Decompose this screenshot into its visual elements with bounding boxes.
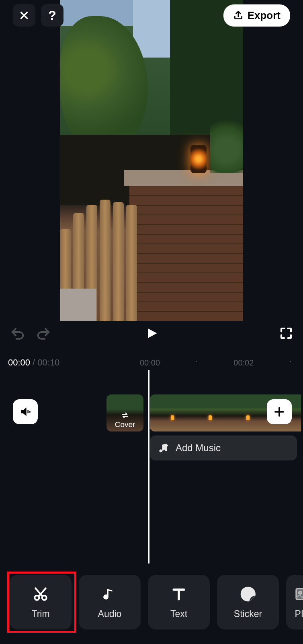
svg-point-6 xyxy=(299,591,302,594)
tool-trim[interactable]: Trim xyxy=(10,575,72,630)
total-time: / 00:10 xyxy=(33,357,59,368)
plus-icon xyxy=(273,406,285,418)
clip-frame xyxy=(188,394,225,431)
ruler-dot: · xyxy=(195,358,198,367)
tool-audio[interactable]: Audio xyxy=(79,575,141,630)
image-icon xyxy=(293,585,303,603)
time-indicator-row: 00:00 / 00:10 00:00 · 00:02 · xyxy=(0,357,303,368)
speaker-icon xyxy=(19,405,32,418)
tool-label: Audio xyxy=(98,609,122,619)
fullscreen-button[interactable] xyxy=(279,326,293,342)
playback-controls xyxy=(0,326,303,342)
cover-label: Cover xyxy=(115,420,135,429)
sticker-icon xyxy=(239,585,257,603)
scissors-icon xyxy=(32,585,49,603)
playhead[interactable] xyxy=(148,370,149,564)
tool-sticker[interactable]: Sticker xyxy=(217,575,279,630)
fullscreen-icon xyxy=(279,326,293,341)
close-icon xyxy=(19,10,29,21)
tool-label: Text xyxy=(170,609,187,619)
svg-rect-0 xyxy=(27,410,29,413)
mute-button[interactable] xyxy=(13,399,38,424)
undo-button[interactable] xyxy=(10,326,26,342)
timeline-ruler: 00:00 · 00:02 · xyxy=(140,358,303,367)
cover-button[interactable]: Cover xyxy=(106,394,143,431)
current-time: 00:00 xyxy=(8,357,30,368)
question-icon: ? xyxy=(48,8,56,23)
export-button[interactable]: Export xyxy=(223,4,290,27)
ruler-dot: · xyxy=(289,358,292,367)
export-icon xyxy=(233,10,244,21)
ruler-tick: 00:02 xyxy=(233,358,254,367)
play-button[interactable] xyxy=(144,325,159,343)
music-note-icon xyxy=(101,585,119,603)
add-music-button[interactable]: Add Music xyxy=(150,436,297,460)
tool-label: PIP xyxy=(295,609,303,619)
undo-redo-group xyxy=(10,326,51,342)
play-icon xyxy=(144,325,159,341)
clip-frame xyxy=(225,394,263,431)
swap-icon xyxy=(120,411,130,419)
top-left-controls: ? xyxy=(13,4,63,27)
top-bar: ? Export xyxy=(0,4,303,27)
music-add-icon xyxy=(158,442,169,454)
redo-button[interactable] xyxy=(35,326,51,342)
help-button[interactable]: ? xyxy=(41,4,63,27)
svg-point-2 xyxy=(165,449,167,451)
timeline-area: Cover Add Music xyxy=(0,394,303,474)
tool-label: Sticker xyxy=(234,609,262,619)
text-icon xyxy=(170,585,188,603)
clip-frame xyxy=(150,394,188,431)
add-music-label: Add Music xyxy=(176,442,221,454)
bottom-toolbar: Trim Audio Text Sticker PIP xyxy=(10,575,303,630)
svg-rect-1 xyxy=(29,411,31,413)
export-label: Export xyxy=(248,9,280,22)
ruler-tick: 00:00 xyxy=(140,358,160,367)
tool-text[interactable]: Text xyxy=(148,575,210,630)
video-preview[interactable] xyxy=(60,0,243,321)
tool-pip[interactable]: PIP xyxy=(286,575,303,630)
tool-label: Trim xyxy=(31,609,49,619)
close-button[interactable] xyxy=(13,4,35,27)
add-clip-button[interactable] xyxy=(267,399,292,424)
